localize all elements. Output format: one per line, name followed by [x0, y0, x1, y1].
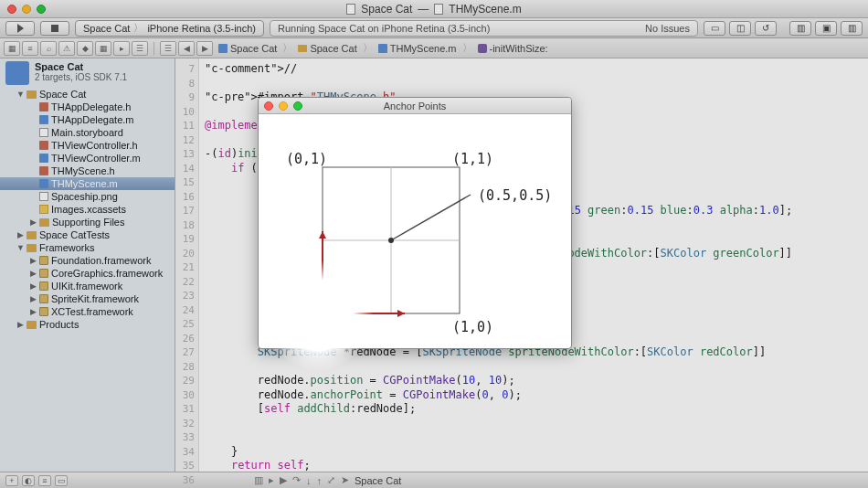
anchor-points-window[interactable]: Anchor Points (0,1) (1,1) (0,0) (1,0): [258, 97, 572, 349]
line-number[interactable]: 11: [175, 119, 198, 133]
line-number[interactable]: 12: [175, 133, 198, 148]
code-line[interactable]: "c-comment">//: [205, 62, 863, 77]
line-number[interactable]: 25: [175, 317, 198, 332]
stop-button[interactable]: [40, 21, 69, 36]
code-line[interactable]: [205, 417, 863, 431]
tree-row[interactable]: ▶Products: [0, 318, 175, 331]
line-number[interactable]: 23: [175, 289, 198, 303]
line-number[interactable]: 32: [175, 417, 198, 431]
toggle-debug-button[interactable]: ▣: [815, 21, 837, 36]
line-number[interactable]: 29: [175, 374, 198, 388]
line-number[interactable]: 26: [175, 332, 198, 346]
code-line[interactable]: [205, 430, 863, 445]
location-icon[interactable]: ➤: [341, 474, 349, 486]
line-number[interactable]: 30: [175, 388, 198, 403]
jump-file[interactable]: THMyScene.m: [375, 43, 460, 54]
tree-row[interactable]: ▼Frameworks: [0, 241, 175, 254]
jump-group[interactable]: Space Cat: [294, 43, 360, 54]
line-number[interactable]: 9: [175, 90, 198, 105]
run-button[interactable]: [5, 21, 35, 36]
tree-row[interactable]: THMyScene.h: [0, 164, 175, 177]
line-number[interactable]: 10: [175, 105, 198, 120]
line-number[interactable]: 14: [175, 162, 198, 176]
tree-row[interactable]: THAppDelegate.h: [0, 101, 175, 113]
line-number[interactable]: 28: [175, 360, 198, 375]
scheme-selector[interactable]: Space Cat 〉 iPhone Retina (3.5-inch): [75, 20, 264, 37]
nav-test-icon[interactable]: ◆: [77, 41, 93, 56]
project-navigator[interactable]: Space Cat 2 targets, iOS SDK 7.1 ▼Space …: [0, 58, 175, 472]
debug-toggle-icon[interactable]: ▥: [254, 474, 263, 486]
tree-row[interactable]: THViewController.m: [0, 152, 175, 164]
line-number[interactable]: 36: [175, 473, 198, 488]
tree-row[interactable]: Spaceship.png: [0, 190, 175, 203]
tree-row[interactable]: ▶CoreGraphics.framework: [0, 267, 175, 280]
tree-row[interactable]: ▶Supporting Files: [0, 216, 175, 228]
disclosure-triangle-icon[interactable]: ▶: [29, 269, 37, 278]
toggle-utilities-button[interactable]: ▥: [841, 21, 863, 36]
forward-button[interactable]: ▶: [196, 41, 213, 56]
toggle-navigator-button[interactable]: ▥: [789, 21, 811, 36]
line-number[interactable]: 19: [175, 232, 198, 247]
code-line[interactable]: return self;: [205, 459, 863, 472]
disclosure-triangle-icon[interactable]: ▼: [16, 243, 24, 252]
disclosure-triangle-icon[interactable]: ▼: [16, 90, 24, 99]
tree-row[interactable]: THMyScene.m: [0, 177, 175, 190]
breakpoints-icon[interactable]: ▸: [269, 474, 274, 486]
filter-scm-icon[interactable]: ≡: [38, 475, 51, 486]
code-line[interactable]: [205, 360, 863, 375]
disclosure-triangle-icon[interactable]: ▶: [16, 320, 24, 329]
nav-symbol-icon[interactable]: ≡: [22, 41, 38, 56]
nav-project-icon[interactable]: ▦: [4, 41, 20, 56]
tree-row[interactable]: Images.xcassets: [0, 203, 175, 216]
jump-project[interactable]: Space Cat: [215, 43, 281, 54]
line-number[interactable]: 16: [175, 190, 198, 205]
debug-view-icon[interactable]: ⤢: [327, 474, 335, 486]
nav-breakpoint-icon[interactable]: ▸: [113, 41, 130, 56]
step-out-icon[interactable]: ↑: [317, 475, 323, 486]
line-number[interactable]: 27: [175, 345, 198, 360]
line-number-gutter[interactable]: 7891011121314151617181920212223242526272…: [175, 58, 199, 472]
line-number[interactable]: 20: [175, 247, 198, 261]
line-number[interactable]: 15: [175, 175, 198, 190]
tree-row[interactable]: Main.storyboard: [0, 126, 175, 139]
continue-icon[interactable]: ▶: [280, 474, 287, 486]
disclosure-triangle-icon[interactable]: ▶: [29, 256, 37, 265]
tree-row[interactable]: ▶Foundation.framework: [0, 254, 175, 267]
code-line[interactable]: }: [205, 445, 863, 460]
step-over-icon[interactable]: ↷: [292, 474, 301, 486]
line-number[interactable]: 13: [175, 147, 198, 162]
nav-search-icon[interactable]: ⌕: [40, 41, 57, 56]
line-number[interactable]: 33: [175, 430, 198, 445]
back-button[interactable]: ◀: [178, 41, 195, 56]
tree-row[interactable]: ▶UIKit.framework: [0, 280, 175, 292]
editor-standard-button[interactable]: ▭: [704, 21, 725, 36]
editor-assistant-button[interactable]: ◫: [729, 21, 751, 36]
code-line[interactable]: [205, 77, 863, 91]
line-number[interactable]: 35: [175, 459, 198, 473]
disclosure-triangle-icon[interactable]: ▶: [29, 307, 37, 316]
code-line[interactable]: [self addChild:redNode];: [205, 402, 863, 417]
code-line[interactable]: redNode.position = CGPointMake(10, 10);: [205, 374, 863, 388]
line-number[interactable]: 24: [175, 303, 198, 318]
editor-version-button[interactable]: ↺: [755, 21, 777, 36]
disclosure-triangle-icon[interactable]: ▶: [29, 294, 37, 303]
project-header[interactable]: Space Cat 2 targets, iOS SDK 7.1: [0, 58, 175, 88]
line-number[interactable]: 18: [175, 218, 198, 233]
file-tree[interactable]: ▼Space CatTHAppDelegate.hTHAppDelegate.m…: [0, 88, 175, 334]
line-number[interactable]: 8: [175, 77, 198, 91]
tree-row[interactable]: ▼Space Cat: [0, 88, 175, 101]
filter-unsaved-icon[interactable]: ▭: [55, 475, 68, 486]
line-number[interactable]: 22: [175, 275, 198, 290]
tree-row[interactable]: ▶XCTest.framework: [0, 305, 175, 318]
disclosure-triangle-icon[interactable]: ▶: [29, 281, 37, 291]
tree-row[interactable]: THAppDelegate.m: [0, 113, 175, 126]
line-number[interactable]: 21: [175, 260, 198, 275]
nav-log-icon[interactable]: ☰: [132, 41, 148, 56]
line-number[interactable]: 7: [175, 62, 198, 77]
filter-recent-icon[interactable]: ◐: [22, 475, 35, 486]
code-line[interactable]: redNode.anchorPoint = CGPointMake(0, 0);: [205, 388, 863, 403]
line-number[interactable]: 17: [175, 204, 198, 218]
anchor-window-titlebar[interactable]: Anchor Points: [259, 98, 571, 114]
tree-row[interactable]: ▶Space CatTests: [0, 228, 175, 241]
disclosure-triangle-icon[interactable]: ▶: [29, 217, 37, 227]
